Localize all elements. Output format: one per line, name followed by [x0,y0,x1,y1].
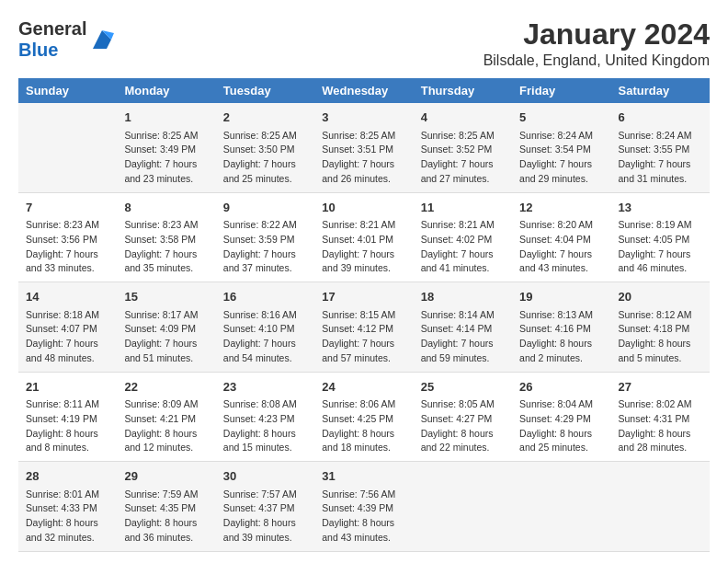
week-row-3: 14Sunrise: 8:18 AMSunset: 4:07 PMDayligh… [18,282,710,373]
calendar-cell [611,462,710,552]
day-number: 22 [124,378,208,396]
day-number: 25 [421,378,505,396]
day-number: 12 [519,199,603,217]
day-info: Sunrise: 8:19 AMSunset: 4:05 PMDaylight:… [619,218,702,276]
header-day-thursday: Thursday [414,78,512,103]
day-number: 28 [26,467,109,486]
calendar-cell: 22Sunrise: 8:09 AMSunset: 4:21 PMDayligh… [117,372,215,462]
calendar-cell: 23Sunrise: 8:08 AMSunset: 4:23 PMDayligh… [216,372,314,462]
title-block: January 2024 Bilsdale, England, United K… [483,18,710,69]
day-number: 19 [519,288,603,306]
day-info: Sunrise: 8:14 AMSunset: 4:14 PMDaylight:… [421,308,505,366]
header-row: SundayMondayTuesdayWednesdayThursdayFrid… [18,78,710,103]
day-number: 20 [619,288,702,306]
day-info: Sunrise: 8:22 AMSunset: 3:59 PMDaylight:… [223,218,307,276]
day-number: 24 [322,378,405,396]
day-number: 16 [223,288,307,306]
day-number: 27 [619,378,702,396]
day-number: 7 [26,199,109,217]
calendar-cell: 19Sunrise: 8:13 AMSunset: 4:16 PMDayligh… [512,282,610,373]
main-title: January 2024 [483,18,710,51]
day-info: Sunrise: 8:20 AMSunset: 4:04 PMDaylight:… [519,218,603,276]
day-info: Sunrise: 8:15 AMSunset: 4:12 PMDaylight:… [322,308,405,366]
logo: General Blue [18,18,116,61]
day-info: Sunrise: 8:25 AMSunset: 3:50 PMDaylight:… [223,129,307,187]
calendar-cell [414,462,512,552]
calendar-cell: 18Sunrise: 8:14 AMSunset: 4:14 PMDayligh… [414,282,512,373]
day-number: 11 [421,199,505,217]
calendar-cell: 4Sunrise: 8:25 AMSunset: 3:52 PMDaylight… [414,103,512,192]
calendar-cell: 3Sunrise: 8:25 AMSunset: 3:51 PMDaylight… [314,103,413,192]
calendar-cell: 17Sunrise: 8:15 AMSunset: 4:12 PMDayligh… [314,282,413,373]
logo-text: General Blue [18,18,86,61]
calendar-cell: 25Sunrise: 8:05 AMSunset: 4:27 PMDayligh… [414,372,512,462]
calendar-cell: 27Sunrise: 8:02 AMSunset: 4:31 PMDayligh… [611,372,710,462]
day-number: 30 [223,467,307,486]
day-info: Sunrise: 8:23 AMSunset: 3:56 PMDaylight:… [26,218,109,276]
day-number: 26 [519,378,603,396]
week-row-4: 21Sunrise: 8:11 AMSunset: 4:19 PMDayligh… [18,372,710,462]
day-info: Sunrise: 7:56 AMSunset: 4:39 PMDaylight:… [322,488,405,546]
page-header: General Blue January 2024 Bilsdale, Engl… [18,18,710,69]
day-number: 15 [124,288,208,306]
day-info: Sunrise: 8:04 AMSunset: 4:29 PMDaylight:… [519,397,603,455]
day-info: Sunrise: 8:25 AMSunset: 3:49 PMDaylight:… [124,129,208,187]
day-info: Sunrise: 8:18 AMSunset: 4:07 PMDaylight:… [26,308,109,366]
week-row-5: 28Sunrise: 8:01 AMSunset: 4:33 PMDayligh… [18,462,710,552]
calendar-cell: 11Sunrise: 8:21 AMSunset: 4:02 PMDayligh… [414,192,512,282]
day-number: 2 [223,109,307,127]
day-info: Sunrise: 8:24 AMSunset: 3:55 PMDaylight:… [619,129,702,187]
day-info: Sunrise: 8:08 AMSunset: 4:23 PMDaylight:… [223,397,307,455]
header-day-tuesday: Tuesday [216,78,314,103]
day-number: 1 [124,109,208,127]
calendar-cell: 29Sunrise: 7:59 AMSunset: 4:35 PMDayligh… [117,462,215,552]
logo-icon [88,26,116,53]
calendar-table: SundayMondayTuesdayWednesdayThursdayFrid… [18,78,710,552]
day-number: 5 [519,109,603,127]
day-info: Sunrise: 8:01 AMSunset: 4:33 PMDaylight:… [26,488,109,546]
day-number: 21 [26,378,109,396]
day-number: 3 [322,109,405,127]
calendar-cell: 9Sunrise: 8:22 AMSunset: 3:59 PMDaylight… [216,192,314,282]
day-number: 17 [322,288,405,306]
header-day-wednesday: Wednesday [314,78,413,103]
calendar-cell: 7Sunrise: 8:23 AMSunset: 3:56 PMDaylight… [18,192,117,282]
day-info: Sunrise: 8:16 AMSunset: 4:10 PMDaylight:… [223,308,307,366]
day-info: Sunrise: 8:21 AMSunset: 4:01 PMDaylight:… [322,218,405,276]
calendar-cell: 10Sunrise: 8:21 AMSunset: 4:01 PMDayligh… [314,192,413,282]
day-number: 29 [124,467,208,486]
logo-blue: Blue [18,40,58,60]
calendar-cell: 2Sunrise: 8:25 AMSunset: 3:50 PMDaylight… [216,103,314,192]
week-row-2: 7Sunrise: 8:23 AMSunset: 3:56 PMDaylight… [18,192,710,282]
calendar-cell: 26Sunrise: 8:04 AMSunset: 4:29 PMDayligh… [512,372,610,462]
day-number: 8 [124,199,208,217]
day-number: 31 [322,467,405,486]
calendar-cell [18,103,117,192]
day-number: 13 [619,199,702,217]
day-info: Sunrise: 7:57 AMSunset: 4:37 PMDaylight:… [223,488,307,546]
calendar-cell: 30Sunrise: 7:57 AMSunset: 4:37 PMDayligh… [216,462,314,552]
day-number: 4 [421,109,505,127]
day-info: Sunrise: 8:05 AMSunset: 4:27 PMDaylight:… [421,397,505,455]
calendar-cell: 8Sunrise: 8:23 AMSunset: 3:58 PMDaylight… [117,192,215,282]
calendar-cell: 13Sunrise: 8:19 AMSunset: 4:05 PMDayligh… [611,192,710,282]
calendar-cell: 14Sunrise: 8:18 AMSunset: 4:07 PMDayligh… [18,282,117,373]
day-info: Sunrise: 7:59 AMSunset: 4:35 PMDaylight:… [124,488,208,546]
calendar-cell: 20Sunrise: 8:12 AMSunset: 4:18 PMDayligh… [611,282,710,373]
calendar-cell: 28Sunrise: 8:01 AMSunset: 4:33 PMDayligh… [18,462,117,552]
day-number: 6 [619,109,702,127]
header-day-friday: Friday [512,78,610,103]
logo-general: General [18,18,86,39]
day-info: Sunrise: 8:06 AMSunset: 4:25 PMDaylight:… [322,397,405,455]
calendar-cell: 5Sunrise: 8:24 AMSunset: 3:54 PMDaylight… [512,103,610,192]
day-number: 9 [223,199,307,217]
week-row-1: 1Sunrise: 8:25 AMSunset: 3:49 PMDaylight… [18,103,710,192]
subtitle: Bilsdale, England, United Kingdom [483,52,710,69]
day-info: Sunrise: 8:09 AMSunset: 4:21 PMDaylight:… [124,397,208,455]
calendar-cell: 6Sunrise: 8:24 AMSunset: 3:55 PMDaylight… [611,103,710,192]
day-info: Sunrise: 8:25 AMSunset: 3:52 PMDaylight:… [421,129,505,187]
calendar-cell: 16Sunrise: 8:16 AMSunset: 4:10 PMDayligh… [216,282,314,373]
calendar-header: SundayMondayTuesdayWednesdayThursdayFrid… [18,78,710,103]
day-number: 23 [223,378,307,396]
day-info: Sunrise: 8:11 AMSunset: 4:19 PMDaylight:… [26,397,109,455]
